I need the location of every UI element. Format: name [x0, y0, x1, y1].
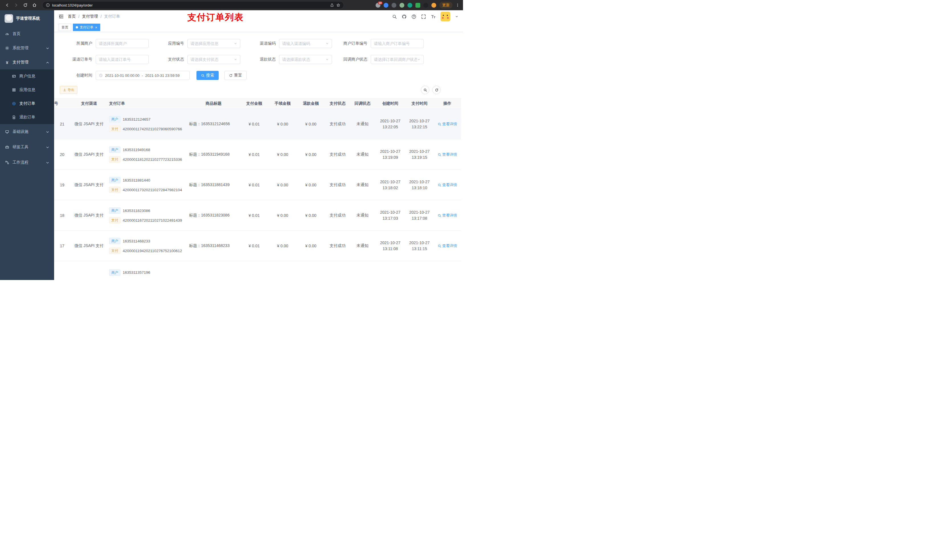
filter-input[interactable]: [279, 55, 332, 64]
avatar-caret-icon[interactable]: [455, 15, 458, 18]
extension-icon-green-square[interactable]: [415, 3, 420, 8]
filter-input[interactable]: [96, 55, 149, 64]
user-avatar[interactable]: [440, 12, 450, 21]
cell-title: 标题：1635311881439: [188, 170, 239, 200]
forward-button[interactable]: [12, 2, 20, 9]
bookmark-star-icon[interactable]: [336, 3, 340, 7]
site-info-icon[interactable]: [46, 3, 50, 7]
tab-pay-order[interactable]: 支付订单 ×: [73, 24, 100, 31]
filter-text-input[interactable]: [374, 57, 417, 62]
merchant-order-no: 1635311468233: [123, 239, 150, 243]
export-button[interactable]: 导出: [60, 86, 77, 94]
extension-icon-teal[interactable]: [407, 3, 412, 8]
extension-icon-puzzle[interactable]: 10: [375, 3, 380, 8]
cell-id: 20: [54, 139, 71, 170]
toggle-search-button[interactable]: [421, 86, 430, 94]
browser-chrome: localhost:1024/pay/order 10 更新: [0, 0, 463, 10]
filter-label: 回调商户状态: [332, 57, 371, 62]
github-icon[interactable]: [402, 14, 407, 19]
merchant-tag: 商户: [109, 238, 121, 244]
search-button[interactable]: 搜索: [197, 71, 219, 80]
sidebar-item-infra[interactable]: 基础设施: [0, 124, 54, 139]
sidebar-item-pay-order[interactable]: 支付订单: [0, 97, 54, 110]
extensions-pin-icon[interactable]: [424, 3, 428, 8]
back-button[interactable]: [3, 2, 11, 9]
cell-refund: ¥ 0.00: [296, 231, 325, 261]
filter-text-input[interactable]: [191, 57, 234, 62]
sidebar-item-dev-tools[interactable]: 研发工具: [0, 139, 54, 155]
monitor-icon: [5, 130, 10, 134]
browser-menu-icon[interactable]: [455, 3, 460, 7]
view-detail-link[interactable]: 查看详情: [438, 183, 457, 187]
sidebar-item-workflow[interactable]: 工作流程: [0, 155, 54, 170]
view-detail-link[interactable]: 查看详情: [438, 122, 457, 127]
share-icon[interactable]: [330, 3, 334, 7]
cell-refund: ¥ 0.00: [296, 139, 325, 170]
home-button[interactable]: [31, 2, 38, 9]
merchant-tag: 商户: [109, 116, 121, 122]
url-text: localhost:1024/pay/order: [52, 3, 328, 8]
app-logo: [5, 14, 13, 23]
download-icon: [63, 88, 67, 92]
filter-label: 支付状态: [149, 57, 188, 62]
chevron-down-icon: [325, 58, 329, 61]
close-icon[interactable]: ×: [95, 26, 97, 29]
sidebar-item-home[interactable]: 首页: [0, 27, 54, 41]
table-toolbar: 导出: [54, 86, 463, 94]
filter-input[interactable]: [188, 39, 240, 48]
sidebar-item-merchant-info[interactable]: 商户信息: [0, 69, 54, 83]
filter-label: 应用编号: [149, 41, 188, 46]
reload-button[interactable]: [22, 2, 29, 9]
view-detail-link[interactable]: 查看详情: [438, 243, 457, 248]
extension-icon-gray[interactable]: [392, 3, 396, 8]
view-detail-link[interactable]: 查看详情: [438, 213, 457, 218]
search-icon: [438, 122, 441, 126]
filter-input[interactable]: [96, 39, 149, 48]
filter-input[interactable]: [371, 39, 424, 48]
column-header: 创建时间: [375, 98, 405, 109]
view-detail-link[interactable]: 查看详情: [438, 152, 457, 157]
help-icon[interactable]: [412, 14, 416, 19]
sidebar-item-refund-order[interactable]: 退款订单: [0, 110, 54, 124]
filter-text-input[interactable]: [374, 41, 421, 46]
cell-pay-order: 商户 1635311823086 支付 42000011672021102710…: [107, 200, 188, 231]
sidebar-item-pay[interactable]: ¥ 支付管理: [0, 55, 54, 69]
extension-icon-green-light[interactable]: [399, 3, 404, 8]
cell-notify-status: 未通知: [350, 109, 375, 139]
browser-update-button[interactable]: 更新: [439, 2, 452, 9]
app-logo-area: 芋道管理系统: [0, 10, 54, 27]
cell-amount: ¥ 0.01: [239, 200, 269, 231]
sidebar-item-app-info[interactable]: 应用信息: [0, 83, 54, 97]
cell-fee: ¥ 0.00: [269, 109, 296, 139]
filter-text-input[interactable]: [282, 41, 325, 46]
date-range-picker[interactable]: 2021-10-01 00:00:00 - 2021-10-31 23:59:5…: [96, 71, 190, 80]
filter-input[interactable]: [371, 55, 424, 64]
search-icon[interactable]: [392, 14, 397, 19]
breadcrumb: 首页 / 支付管理 / 支付订单: [68, 14, 120, 19]
tab-home[interactable]: 首页: [59, 24, 71, 31]
tags-view-bar: 首页 支付订单 ×: [54, 23, 463, 32]
cell-pay-time: 2021-10-2713:11:15: [405, 231, 434, 261]
breadcrumb-pay[interactable]: 支付管理: [82, 14, 98, 19]
filter-text-input[interactable]: [99, 41, 145, 46]
filter-text-input[interactable]: [282, 57, 325, 62]
breadcrumb-home[interactable]: 首页: [68, 14, 76, 19]
merchant-order-no: 1635312124657: [123, 117, 151, 122]
reset-button[interactable]: 重置: [224, 71, 247, 80]
filter-text-input[interactable]: [99, 57, 145, 62]
filter-text-input[interactable]: [191, 41, 234, 46]
filter-input[interactable]: [188, 55, 240, 64]
cell-pay-order: 商户 1635311468233 支付 42000011942021102767…: [107, 231, 188, 261]
pay-order-no: 4200001173202110272847982104: [123, 188, 182, 192]
chevron-down-icon: [45, 145, 50, 149]
address-bar[interactable]: localhost:1024/pay/order: [42, 1, 344, 9]
filter-input[interactable]: [279, 39, 332, 48]
extension-icon-blue[interactable]: [384, 3, 388, 8]
search-icon: [438, 214, 441, 217]
profile-avatar-icon[interactable]: [431, 3, 436, 8]
fullscreen-icon[interactable]: [421, 14, 426, 19]
sidebar-fold-icon[interactable]: [59, 14, 64, 19]
font-size-icon[interactable]: [431, 14, 436, 19]
refresh-table-button[interactable]: [432, 86, 441, 94]
sidebar-item-system[interactable]: 系统管理: [0, 41, 54, 55]
